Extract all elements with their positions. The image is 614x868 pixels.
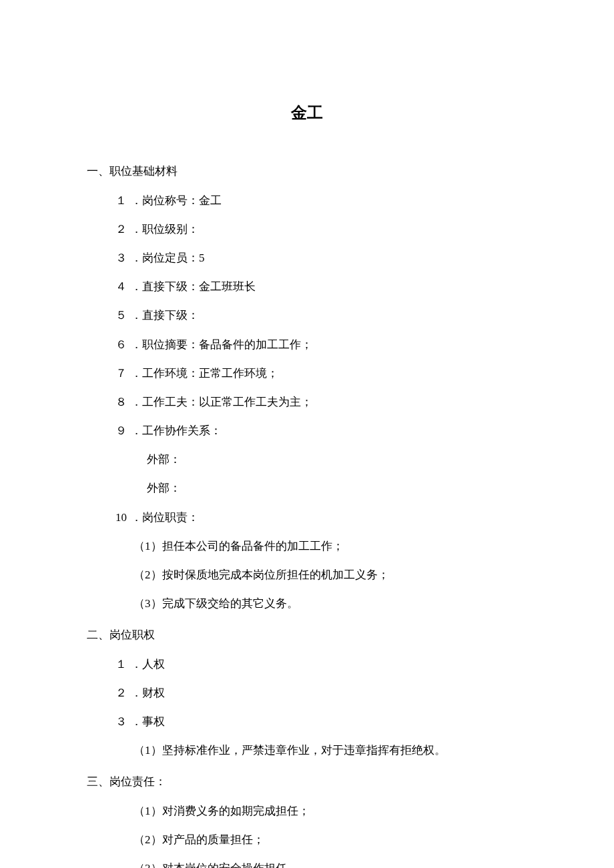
list-item: １．岗位称号：金工 xyxy=(87,191,527,209)
item-text: ．职位摘要：备品备件的加工工作； xyxy=(131,338,312,351)
item-number: ５ xyxy=(113,306,127,324)
list-item: １．人权 xyxy=(87,655,527,673)
item-text: ．人权 xyxy=(131,658,165,671)
item-number: ３ xyxy=(113,249,127,267)
sub-list-item: （3）完成下级交给的其它义务。 xyxy=(87,594,527,612)
item-number: ７ xyxy=(113,364,127,382)
list-item: 10．岗位职责： xyxy=(87,508,527,526)
section1-header: 一、职位基础材料 xyxy=(87,162,527,180)
section-responsibility: 三、岗位责任： （1）对消费义务的如期完成担任； （2）对产品的质量担任； （3… xyxy=(87,773,527,868)
item-text: ．岗位定员：5 xyxy=(131,252,205,264)
item-text: ．工作协作关系： xyxy=(131,424,222,437)
list-item: ４．直接下级：金工班班长 xyxy=(87,278,527,296)
item-number: ４ xyxy=(113,278,127,296)
item-text: ．直接下级： xyxy=(131,309,199,322)
sub-list-item: （1）对消费义务的如期完成担任； xyxy=(87,802,527,820)
list-item: ２．职位级别： xyxy=(87,220,527,238)
item-number: １ xyxy=(113,655,127,673)
list-item: ２．财权 xyxy=(87,684,527,702)
item-number: ８ xyxy=(113,393,127,411)
section2-header: 二、岗位职权 xyxy=(87,626,527,644)
item-text: ．财权 xyxy=(131,687,165,699)
list-item: ７．工作环境：正常工作环境； xyxy=(87,364,527,382)
list-item: ８．工作工夫：以正常工作工夫为主； xyxy=(87,393,527,411)
section3-header: 三、岗位责任： xyxy=(87,773,527,791)
item-text: ．工作环境：正常工作环境； xyxy=(131,367,278,380)
list-item: ５．直接下级： xyxy=(87,306,527,324)
list-item: ９．工作协作关系： xyxy=(87,422,527,440)
item-text: ．岗位职责： xyxy=(131,511,199,524)
item-number: ２ xyxy=(113,684,127,702)
sub-list-item: （1）坚持标准作业，严禁违章作业，对于违章指挥有拒绝权。 xyxy=(87,741,527,759)
section-basic-info: 一、职位基础材料 １．岗位称号：金工 ２．职位级别： ３．岗位定员：5 ４．直接… xyxy=(87,162,527,612)
item-text: ．工作工夫：以正常工作工夫为主； xyxy=(131,396,312,408)
item-text: ．事权 xyxy=(131,715,165,728)
document-title: 金工 xyxy=(87,100,527,125)
sub-list-item: （1）担任本公司的备品备件的加工工作； xyxy=(87,537,527,555)
item-text: ．直接下级：金工班班长 xyxy=(131,280,256,293)
item-number: １ xyxy=(113,191,127,209)
sub-list-item: （2）按时保质地完成本岗位所担任的机加工义务； xyxy=(87,566,527,584)
item-number: ２ xyxy=(113,220,127,238)
item-number: ６ xyxy=(113,336,127,354)
section-authority: 二、岗位职权 １．人权 ２．财权 ３．事权 （1）坚持标准作业，严禁违章作业，对… xyxy=(87,626,527,759)
item-text: ．岗位称号：金工 xyxy=(131,194,222,207)
list-item: ３．岗位定员：5 xyxy=(87,249,527,267)
list-item: ６．职位摘要：备品备件的加工工作； xyxy=(87,336,527,354)
item-number: 10 xyxy=(113,508,127,526)
item-number: ３ xyxy=(113,713,127,731)
sub-list-item: （2）对产品的质量担任； xyxy=(87,831,527,849)
item-number: ９ xyxy=(113,422,127,440)
sub-list-item: 外部： xyxy=(87,479,527,497)
item-text: ．职位级别： xyxy=(131,223,199,236)
list-item: ３．事权 xyxy=(87,713,527,731)
sub-list-item: （3）对本岗位的安全操作担任。 xyxy=(87,859,527,868)
sub-list-item: 外部： xyxy=(87,450,527,468)
